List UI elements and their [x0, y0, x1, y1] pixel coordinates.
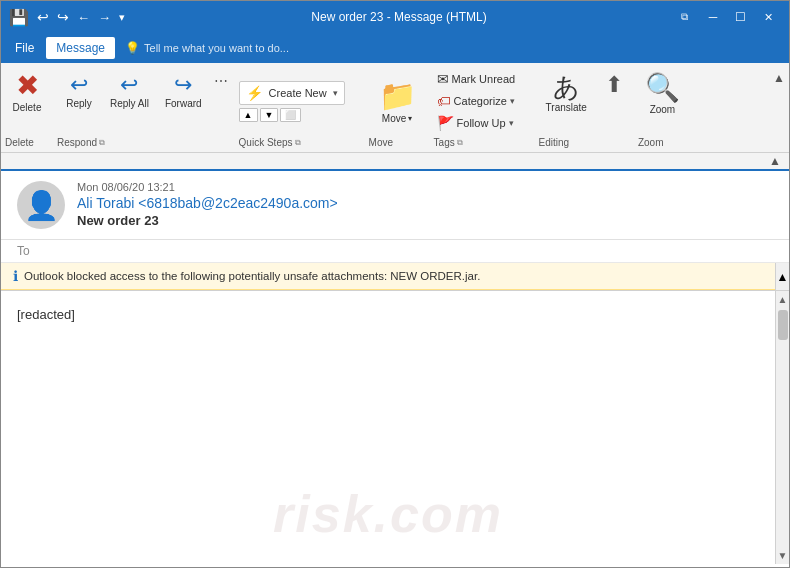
back-btn[interactable]: ← — [77, 10, 90, 25]
quicksteps-expander[interactable]: ⧉ — [295, 138, 301, 148]
tell-me-label: Tell me what you want to do... — [144, 42, 289, 54]
save-icon[interactable]: 💾 — [9, 8, 29, 27]
delete-group-label: Delete — [1, 135, 53, 148]
email-content: 👤 Mon 08/06/20 13:21 Ali Torabi <6818bab… — [1, 171, 789, 564]
scroll-track[interactable]: ▲ ▼ — [775, 291, 789, 564]
ribbon-zoom-content: 🔍 Zoom — [634, 67, 691, 135]
more-respond-button[interactable]: ⋯ — [211, 69, 231, 114]
delete-label: Delete — [13, 102, 42, 113]
ribbon-section-move: 📁 Move ▾ Move — [365, 67, 430, 148]
ribbon-collapse-area: ▲ — [769, 67, 789, 148]
info-icon: ℹ — [13, 268, 18, 284]
email-body-text: [redacted] — [17, 307, 759, 322]
scroll-down-arrow[interactable]: ▼ — [775, 547, 789, 564]
maximize-btn[interactable]: ☐ — [729, 7, 753, 27]
translate-label: Translate — [546, 102, 587, 113]
followup-dropdown-icon[interactable]: ▾ — [509, 118, 514, 128]
email-body-row: [redacted] risk.com ▲ ▼ — [1, 291, 789, 564]
window-controls: ⧉ ─ ☐ ✕ — [673, 7, 781, 27]
reply-button[interactable]: ↩ Reply — [57, 69, 101, 114]
watermark: risk.com — [273, 484, 503, 544]
email-from: Ali Torabi <6818bab@2c2eac2490a.com> — [77, 195, 773, 211]
scroll-thumb[interactable] — [778, 310, 788, 340]
mark-unread-button[interactable]: ✉ Mark Unread — [434, 69, 519, 89]
ribbon: ✖ Delete Delete ↩ Reply ↩ Reply All ↪ — [1, 63, 789, 153]
close-btn[interactable]: ✕ — [757, 7, 781, 27]
ribbon-collapse-btn[interactable]: ▲ — [773, 71, 785, 85]
categorize-icon: 🏷 — [437, 93, 451, 109]
ribbon-move-content: 📁 Move ▾ — [365, 67, 430, 135]
reply-icon: ↩ — [70, 74, 88, 96]
email-body: [redacted] risk.com — [1, 291, 775, 564]
zoom-label: Zoom — [650, 104, 676, 115]
ribbon-respond-content: ↩ Reply ↩ Reply All ↪ Forward ⋯ — [53, 67, 235, 135]
categorize-dropdown-icon[interactable]: ▾ — [510, 96, 515, 106]
cursor-button[interactable]: ⬆ — [598, 69, 630, 101]
email-main: 👤 Mon 08/06/20 13:21 Ali Torabi <6818bab… — [1, 171, 789, 564]
scroll-up-arrow[interactable]: ▲ — [775, 291, 789, 308]
create-new-quickstep[interactable]: ⚡ Create New ▾ — [239, 81, 345, 105]
forward-label: Forward — [165, 98, 202, 109]
move-group-label: Move — [365, 135, 430, 148]
more-respond-icon: ⋯ — [214, 74, 228, 88]
ribbon-collapse-icon[interactable]: ▲ — [769, 154, 781, 168]
email-date: Mon 08/06/20 13:21 — [77, 181, 773, 193]
reply-all-button[interactable]: ↩ Reply All — [103, 69, 156, 114]
forward-button[interactable]: ↪ Forward — [158, 69, 209, 114]
folder-icon: 📁 — [379, 78, 416, 113]
delete-button[interactable]: ✖ Delete — [1, 67, 53, 118]
sender-avatar: 👤 — [17, 181, 65, 229]
zoom-button[interactable]: 🔍 Zoom — [638, 69, 687, 120]
reply-all-label: Reply All — [110, 98, 149, 109]
restore-btn[interactable]: ⧉ — [673, 7, 697, 27]
ribbon-section-delete: ✖ Delete Delete — [1, 67, 53, 148]
minimize-btn[interactable]: ─ — [701, 7, 725, 27]
forward-btn[interactable]: → — [98, 10, 111, 25]
tags-group-label: Tags ⧉ — [430, 135, 535, 148]
warning-collapse[interactable]: ▲ — [775, 263, 789, 290]
unread-icon: ✉ — [437, 71, 449, 87]
quicksteps-group-label: Quick Steps ⧉ — [235, 135, 365, 148]
quickstep-up[interactable]: ▲ — [239, 108, 258, 122]
ribbon-section-editing: あ Translate ⬆ Editing — [535, 67, 634, 148]
quickstep-dropdown-icon[interactable]: ▾ — [333, 88, 338, 98]
followup-button[interactable]: 🚩 Follow Up ▾ — [434, 113, 517, 133]
forward-icon: ↪ — [174, 74, 192, 96]
translate-icon: あ — [553, 74, 580, 100]
move-button[interactable]: 📁 Move ▾ — [371, 74, 424, 128]
quickstep-nav: ▲ ▼ ⬜ — [239, 108, 302, 122]
zoom-group-label: Zoom — [634, 135, 691, 148]
move-label: Move ▾ — [382, 113, 412, 124]
email-header: 👤 Mon 08/06/20 13:21 Ali Torabi <6818bab… — [1, 171, 789, 240]
email-subject: New order 23 — [77, 213, 773, 228]
redo-btn[interactable]: ↪ — [57, 9, 69, 25]
followup-label: Follow Up — [457, 117, 506, 129]
translate-button[interactable]: あ Translate — [539, 69, 594, 118]
quickstep-down[interactable]: ▼ — [260, 108, 279, 122]
mark-unread-label: Mark Unread — [452, 73, 516, 85]
respond-row: ↩ Reply ↩ Reply All ↪ Forward ⋯ — [57, 69, 231, 114]
undo-btn[interactable]: ↩ — [37, 9, 49, 25]
title-bar: 💾 ↩ ↪ ← → ▾ New order 23 - Message (HTML… — [1, 1, 789, 33]
menu-bar: File Message 💡 Tell me what you want to … — [1, 33, 789, 63]
to-label: To — [17, 244, 30, 258]
ribbon-delete-content: ✖ Delete — [1, 67, 53, 135]
more-btn[interactable]: ▾ — [119, 11, 125, 24]
menu-message[interactable]: Message — [46, 37, 115, 59]
ribbon-section-tags: ✉ Mark Unread 🏷 Categorize ▾ 🚩 Follow Up… — [430, 67, 535, 148]
cursor-icon: ⬆ — [605, 74, 623, 96]
quickstep-expand[interactable]: ⬜ — [280, 108, 301, 122]
categorize-button[interactable]: 🏷 Categorize ▾ — [434, 91, 518, 111]
ribbon-section-respond: ↩ Reply ↩ Reply All ↪ Forward ⋯ Respond … — [53, 67, 235, 148]
respond-group-label: Respond ⧉ — [53, 135, 235, 148]
warning-text: Outlook blocked access to the following … — [24, 270, 480, 282]
zoom-icon: 🔍 — [645, 74, 680, 102]
tags-expander[interactable]: ⧉ — [457, 138, 463, 148]
avatar-person-icon: 👤 — [24, 189, 59, 222]
email-header-info: Mon 08/06/20 13:21 Ali Torabi <6818bab@2… — [77, 181, 773, 228]
ribbon-section-zoom: 🔍 Zoom Zoom — [634, 67, 691, 148]
respond-expander[interactable]: ⧉ — [99, 138, 105, 148]
tell-me-input[interactable]: 💡 Tell me what you want to do... — [117, 38, 297, 58]
menu-file[interactable]: File — [5, 37, 44, 59]
editing-group-label: Editing — [535, 135, 634, 148]
